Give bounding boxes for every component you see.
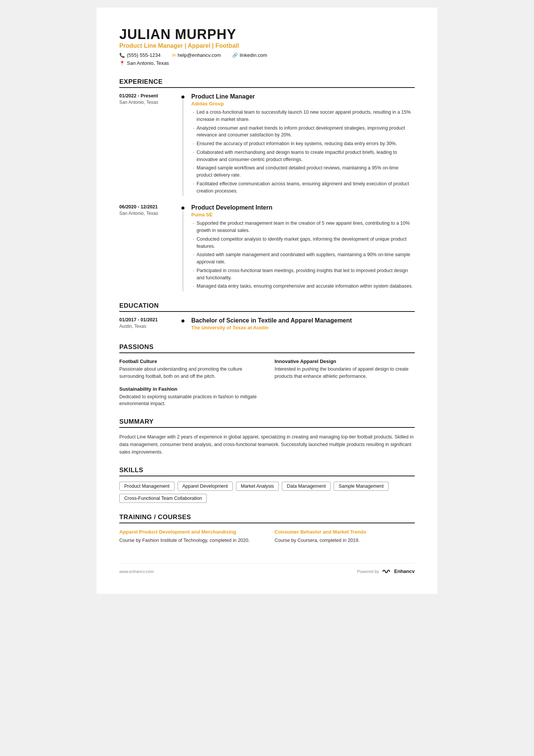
edu-dot-1 — [181, 319, 184, 322]
enhancv-logo-icon — [381, 568, 392, 575]
brand-name: Enhancv — [394, 568, 415, 574]
skill-1: Product Management — [119, 482, 175, 491]
skills-section: SKILLS Product Management Apparel Develo… — [119, 466, 415, 503]
candidate-title: Product Line Manager | Apparel | Footbal… — [119, 42, 415, 49]
bullets-1: Led a cross-functional team to successfu… — [191, 109, 415, 194]
education-title: EDUCATION — [119, 302, 415, 312]
bullet-1-5: Managed sample workflows and conducted d… — [191, 164, 415, 179]
job-title-2: Product Development Intern — [191, 204, 415, 211]
bullet-1-4: Collaborated with merchandising and desi… — [191, 149, 415, 163]
edu-content-1: Bachelor of Science in Textile and Appar… — [186, 317, 415, 333]
passion-title-1: Football Culture — [119, 358, 259, 364]
summary-section: SUMMARY Product Line Manager with 2 year… — [119, 418, 415, 456]
summary-text: Product Line Manager with 2 years of exp… — [119, 433, 415, 456]
training-section: TRAINING / COURSES Apparel Product Devel… — [119, 513, 415, 544]
training-item-1: Apparel Product Development and Merchand… — [119, 529, 259, 544]
training-title: TRAINING / COURSES — [119, 513, 415, 523]
exp-divider-1 — [180, 93, 186, 196]
skills-wrap: Product Management Apparel Development M… — [119, 482, 415, 503]
school-name: The University of Texas at Austin — [191, 325, 415, 330]
phone-contact: 📞 (555) 555-1234 — [119, 52, 161, 58]
bullet-1-6: Facilitated effective communication acro… — [191, 180, 415, 195]
exp-location-2: San Antonio, Texas — [119, 211, 176, 216]
exp-date-2: 06/2020 - 12/2021 — [119, 204, 176, 210]
edu-location-1: Austin, Texas — [119, 324, 176, 329]
education-row-1: 01/2017 - 01/2021 Austin, Texas Bachelor… — [119, 317, 415, 333]
skill-4: Data Management — [282, 482, 331, 491]
summary-title: SUMMARY — [119, 418, 415, 428]
skills-title: SKILLS — [119, 466, 415, 476]
bullet-2-5: Managed data entry tasks, ensuring compr… — [191, 283, 415, 290]
experience-section: EXPERIENCE 01/2022 - Present San Antonio… — [119, 78, 415, 291]
edu-date-1: 01/2017 - 01/2021 — [119, 317, 176, 322]
email-address: help@enhancv.com — [178, 52, 221, 58]
exp-dot-1 — [181, 95, 184, 99]
passions-title: PASSIONS — [119, 343, 415, 353]
exp-left-1: 01/2022 - Present San Antonio, Texas — [119, 93, 180, 196]
job-title-1: Product Line Manager — [191, 93, 415, 100]
bullet-2-4: Participated in cross-functional team me… — [191, 267, 415, 282]
training-item-2: Consumer Behavior and Market Trends Cour… — [275, 529, 415, 544]
training-title-2: Consumer Behavior and Market Trends — [275, 529, 415, 535]
passion-desc-2: Interested in pushing the boundaries of … — [275, 366, 415, 380]
passion-title-3: Sustainability in Fashion — [119, 386, 259, 392]
experience-row-1: 01/2022 - Present San Antonio, Texas Pro… — [119, 93, 415, 196]
header: JULIAN MURPHY Product Line Manager | App… — [119, 27, 415, 67]
passions-grid: Football Culture Passionate about unders… — [119, 358, 415, 407]
bullet-2-3: Assisted with sample management and coor… — [191, 251, 415, 266]
experience-title: EXPERIENCE — [119, 78, 415, 88]
linkedin-contact: 🔗 linkedin.com — [232, 52, 267, 58]
training-desc-2: Course by Coursera, completed in 2019. — [275, 537, 415, 544]
phone-icon: 📞 — [119, 53, 125, 58]
training-grid: Apparel Product Development and Merchand… — [119, 529, 415, 544]
bullets-2: Supported the product management team in… — [191, 220, 415, 290]
passion-item-3: Sustainability in Fashion Dedicated to e… — [119, 386, 259, 408]
bullet-1-2: Analyzed consumer and market trends to i… — [191, 125, 415, 139]
exp-date-1: 01/2022 - Present — [119, 93, 176, 99]
exp-content-1: Product Line Manager Adidas Group Led a … — [186, 93, 415, 196]
footer-website: www.enhancv.com — [119, 569, 154, 574]
training-title-1: Apparel Product Development and Merchand… — [119, 529, 259, 535]
company-2: Puma SE — [191, 212, 415, 218]
email-icon: ✉ — [172, 53, 176, 58]
exp-line-1 — [183, 100, 183, 196]
bullet-2-2: Conducted competitor analysis to identif… — [191, 236, 415, 250]
bullet-1-3: Ensured the accuracy of product informat… — [191, 140, 415, 147]
exp-location-1: San Antonio, Texas — [119, 100, 176, 105]
bullet-1-1: Led a cross-functional team to successfu… — [191, 109, 415, 123]
passion-item-1: Football Culture Passionate about unders… — [119, 358, 259, 380]
location-text: San Antonio, Texas — [127, 60, 169, 66]
phone-number: (555) 555-1234 — [127, 52, 161, 58]
edu-left-1: 01/2017 - 01/2021 Austin, Texas — [119, 317, 180, 333]
footer: www.enhancv.com Powered by Enhancv — [119, 563, 415, 575]
linkedin-url: linkedin.com — [240, 52, 267, 58]
location-row: 📍 San Antonio, Texas — [119, 60, 415, 67]
email-contact: ✉ help@enhancv.com — [172, 52, 221, 58]
location-contact: 📍 San Antonio, Texas — [119, 60, 169, 66]
powered-by-text: Powered by — [357, 569, 379, 574]
bullet-2-1: Supported the product management team in… — [191, 220, 415, 234]
passion-desc-1: Passionate about understanding and promo… — [119, 366, 259, 380]
skill-6: Cross-Functional Team Collaboration — [119, 494, 207, 503]
exp-left-2: 06/2020 - 12/2021 San Antonio, Texas — [119, 204, 180, 291]
skill-5: Sample Management — [334, 482, 389, 491]
exp-divider-2 — [180, 204, 186, 291]
training-desc-1: Course by Fashion Institute of Technolog… — [119, 537, 259, 544]
skill-3: Market Analysis — [236, 482, 279, 491]
exp-line-2 — [183, 211, 183, 291]
exp-content-2: Product Development Intern Puma SE Suppo… — [186, 204, 415, 291]
edu-divider-1 — [180, 317, 186, 333]
location-icon: 📍 — [119, 61, 125, 66]
exp-dot-2 — [181, 207, 184, 210]
resume-page: JULIAN MURPHY Product Line Manager | App… — [97, 8, 437, 594]
footer-powered-by: Powered by Enhancv — [357, 568, 415, 575]
skill-2: Apparel Development — [178, 482, 233, 491]
passion-item-2: Innovative Apparel Design Interested in … — [275, 358, 415, 380]
passions-section: PASSIONS Football Culture Passionate abo… — [119, 343, 415, 407]
education-section: EDUCATION 01/2017 - 01/2021 Austin, Texa… — [119, 302, 415, 333]
degree-title: Bachelor of Science in Textile and Appar… — [191, 317, 415, 324]
linkedin-icon: 🔗 — [232, 53, 238, 58]
passion-desc-3: Dedicated to exploring sustainable pract… — [119, 393, 259, 408]
candidate-name: JULIAN MURPHY — [119, 27, 415, 42]
company-1: Adidas Group — [191, 101, 415, 106]
